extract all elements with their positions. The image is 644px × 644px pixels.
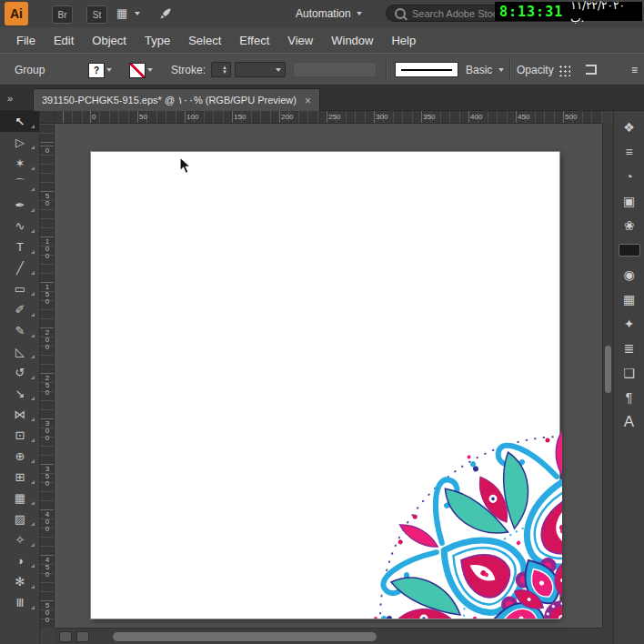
arrange-documents-icon[interactable]: ▦ <box>116 7 127 19</box>
canvas-pasteboard[interactable] <box>55 124 602 628</box>
blend-tool[interactable]: ◑ <box>0 550 40 571</box>
paintbrush-tool-icon: ✐ <box>15 303 25 317</box>
workspace-switcher[interactable]: Automation <box>296 7 362 20</box>
bridge-icon[interactable]: Br <box>52 5 73 24</box>
brushes-panel-icon[interactable]: ❀ <box>614 213 644 237</box>
layers-panel-icon[interactable]: ❖ <box>614 115 644 139</box>
stroke-weight-dropdown[interactable] <box>235 62 286 77</box>
ruler-origin-corner[interactable] <box>40 111 55 124</box>
paragraph-panel-icon[interactable]: ¶ <box>614 385 644 409</box>
h-ruler-label: 150 <box>234 113 246 121</box>
v-ruler-label: 1 0 0 <box>43 238 52 260</box>
properties-panel-icon[interactable]: ≡ <box>614 139 644 164</box>
chevron-down-icon[interactable] <box>135 12 140 15</box>
curvature-tool[interactable]: ∿ <box>0 216 40 236</box>
menu-view[interactable]: View <box>278 27 322 53</box>
mesh-tool[interactable]: ▦ <box>0 488 40 508</box>
perspective-grid-tool[interactable]: ⊞ <box>0 467 40 488</box>
rectangle-tool[interactable]: ▭ <box>0 278 40 299</box>
document-tab-bar: » 391150-PCHGK5-915.eps* @ ١٠٠% (RGB/GPU… <box>0 86 644 111</box>
clock-overlay: 8:13:31 ١١/٢٢/٢٠٢٠ ب. <box>495 2 642 21</box>
blend-tool-icon: ◑ <box>16 554 24 568</box>
symbol-sprayer-tool[interactable]: ✻ <box>0 571 40 592</box>
transform-panel-icon[interactable]: ❑ <box>614 360 644 385</box>
opacity-label[interactable]: Opacity <box>517 64 554 76</box>
menu-effect[interactable]: Effect <box>230 27 278 53</box>
line-segment-tool[interactable]: ╱ <box>0 257 40 278</box>
rotate-tool[interactable]: ↺ <box>0 362 40 383</box>
align-panel-icon[interactable]: ≣ <box>614 336 644 360</box>
chevron-down-icon <box>357 12 362 15</box>
width-tool[interactable]: ⋈ <box>0 404 40 425</box>
pen-tool[interactable]: ✒ <box>0 195 40 216</box>
chevron-down-icon[interactable] <box>106 68 112 72</box>
menu-object[interactable]: Object <box>83 27 136 53</box>
symbols-panel-icon[interactable]: ◔ <box>614 164 644 188</box>
artboard-nav-icon[interactable] <box>76 631 89 642</box>
chevron-down-icon <box>276 68 281 72</box>
eyedropper-tool[interactable]: ✧ <box>0 529 40 550</box>
menu-file[interactable]: File <box>7 27 45 53</box>
type-tool[interactable]: T <box>0 236 40 257</box>
direct-selection-tool[interactable]: ▷ <box>0 132 40 153</box>
eraser-tool[interactable]: ◺ <box>0 341 40 362</box>
stock-icon[interactable]: St <box>86 5 107 24</box>
horizontal-scrollbar[interactable] <box>55 628 602 644</box>
graphic-styles-panel-icon[interactable]: ✦ <box>614 311 644 336</box>
character-panel-icon[interactable]: A <box>614 409 644 434</box>
divider <box>509 59 511 81</box>
shape-builder-tool[interactable]: ⊕ <box>0 446 40 467</box>
swatches-panel-icon[interactable]: ▦ <box>614 287 644 311</box>
vertical-scroll-thumb[interactable] <box>605 346 611 393</box>
magic-wand-tool[interactable]: ✶ <box>0 153 40 174</box>
gradient-tool[interactable]: ▨ <box>0 508 40 529</box>
artboard-nav-icon[interactable] <box>59 631 72 642</box>
pencil-tool[interactable]: ✎ <box>0 320 40 341</box>
align-options-icon[interactable] <box>558 65 570 76</box>
transform-options-icon[interactable] <box>586 65 597 75</box>
document-tab[interactable]: 391150-PCHGK5-915.eps* @ ١٠٠% (RGB/GPU P… <box>33 88 320 112</box>
selection-tool-icon: ↖ <box>15 115 25 128</box>
gpu-performance-rocket-icon[interactable] <box>158 6 173 25</box>
fill-color-swatch[interactable]: ? <box>88 63 105 78</box>
scale-tool[interactable]: ↘ <box>0 383 40 404</box>
perspective-grid-tool-icon: ⊞ <box>15 470 25 484</box>
search-icon <box>395 8 406 19</box>
h-ruler-label: 100 <box>186 113 198 121</box>
close-icon[interactable]: × <box>305 95 311 107</box>
selection-tool[interactable]: ↖ <box>0 111 40 132</box>
stroke-color-swatch[interactable] <box>129 63 146 78</box>
column-graph-tool[interactable]: Ⅲ <box>0 592 40 613</box>
paintbrush-tool[interactable]: ✐ <box>0 299 40 320</box>
menu-select[interactable]: Select <box>179 27 230 53</box>
expand-panels-icon[interactable]: » <box>7 93 13 104</box>
menu-window[interactable]: Window <box>322 27 382 53</box>
panel-menu-icon[interactable]: ≡ <box>631 64 638 76</box>
horizontal-scroll-thumb[interactable] <box>113 632 377 641</box>
artboard[interactable] <box>91 152 559 619</box>
brush-definition-label[interactable]: Basic <box>466 64 492 76</box>
mandala-vector-artwork[interactable] <box>89 146 562 619</box>
stroke-weight-stepper[interactable]: ▲▼ <box>211 62 231 77</box>
menu-edit[interactable]: Edit <box>45 27 83 53</box>
horizontal-ruler[interactable]: 050100150200250300350400450500 <box>55 111 602 124</box>
clock-date: ١١/٢٢/٢٠٢٠ ب. <box>570 0 638 25</box>
h-ruler-label: 50 <box>139 113 147 121</box>
document-title: 391150-PCHGK5-915.eps* @ ١٠٠% (RGB/GPU P… <box>42 95 297 106</box>
vertical-ruler[interactable]: 05 01 0 01 5 02 0 02 5 03 0 03 5 04 0 04… <box>40 124 55 628</box>
rotate-tool-icon: ↺ <box>15 366 25 379</box>
menu-help[interactable]: Help <box>382 27 425 53</box>
lasso-tool-icon: ⌒ <box>15 176 26 193</box>
h-ruler-label: 300 <box>376 113 387 121</box>
brush-stroke-preview[interactable] <box>395 62 458 77</box>
color-swatch-strip[interactable] <box>614 237 644 262</box>
v-ruler-label: 2 0 0 <box>43 329 52 351</box>
artboards-panel-icon[interactable]: ▣ <box>614 188 644 213</box>
vertical-scrollbar[interactable] <box>602 124 613 628</box>
menu-type[interactable]: Type <box>136 27 179 53</box>
chevron-down-icon[interactable] <box>147 68 153 72</box>
lasso-tool[interactable]: ⌒ <box>0 174 40 195</box>
free-transform-tool[interactable]: ⊡ <box>0 425 40 446</box>
chevron-down-icon[interactable] <box>498 68 504 72</box>
appearance-panel-icon[interactable]: ◉ <box>614 262 644 287</box>
